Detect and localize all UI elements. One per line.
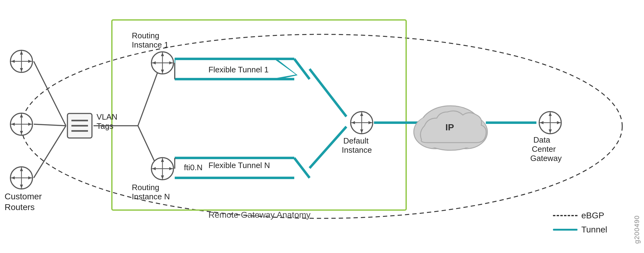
routing-instance-1-icon <box>151 52 173 74</box>
customer-router-1 <box>10 50 32 72</box>
watermark: g200490 <box>633 215 641 244</box>
flexible-tunnel-n-label: Flexible Tunnel N <box>208 161 270 170</box>
line-router3-vlan <box>34 126 66 178</box>
legend-ebgp: eBGP <box>553 211 607 220</box>
vlan-tags-icon <box>67 113 92 138</box>
routing-instance-n-label1: Routing <box>132 183 159 192</box>
dcg-label2: Center <box>532 144 556 154</box>
flexible-tunnel-1-label: Flexible Tunnel 1 <box>208 65 269 74</box>
tunnel-label: Tunnel <box>581 225 607 235</box>
customer-routers-label2: Routers <box>5 202 35 212</box>
default-instance-icon <box>351 112 373 134</box>
legend-tunnel: Tunnel <box>553 225 607 235</box>
tunnel1-right-slant <box>294 59 310 79</box>
default-instance-label1: Default <box>343 136 369 145</box>
routing-instance-1-label2: Instance 1 <box>132 40 169 49</box>
tunnel1-converge <box>310 69 346 117</box>
line-split-top <box>138 67 159 126</box>
ebgp-label: eBGP <box>581 211 604 220</box>
tunnel-n-converge <box>310 127 346 168</box>
dcg-label3: Gateway <box>530 154 562 163</box>
routing-instance-n-icon <box>151 158 173 180</box>
routing-instance-1-label1: Routing <box>132 31 159 40</box>
remote-gateway-label: Remote Gateway Anatomy <box>208 210 311 220</box>
data-center-gateway-icon <box>539 112 561 134</box>
line-router2-vlan <box>34 124 66 126</box>
customer-routers-label: Customer <box>5 192 42 201</box>
vlan-tags-label1: VLAN <box>97 112 117 121</box>
fti-n-label: fti0.N <box>184 163 203 172</box>
line-router1-vlan <box>34 61 66 126</box>
tunnel-n-right-slant <box>294 158 310 178</box>
ip-label: IP <box>445 122 454 132</box>
dcg-label1: Data <box>533 135 550 144</box>
routing-instance-n-label2: Instance N <box>132 192 170 201</box>
ebgp-line-sample <box>553 215 577 216</box>
default-instance-label2: Instance <box>342 145 372 155</box>
tunnel-line-sample <box>553 229 577 231</box>
ip-cloud: IP <box>414 106 487 150</box>
legend: eBGP Tunnel <box>553 211 607 235</box>
customer-router-3 <box>10 167 32 189</box>
customer-router-2 <box>10 113 32 135</box>
